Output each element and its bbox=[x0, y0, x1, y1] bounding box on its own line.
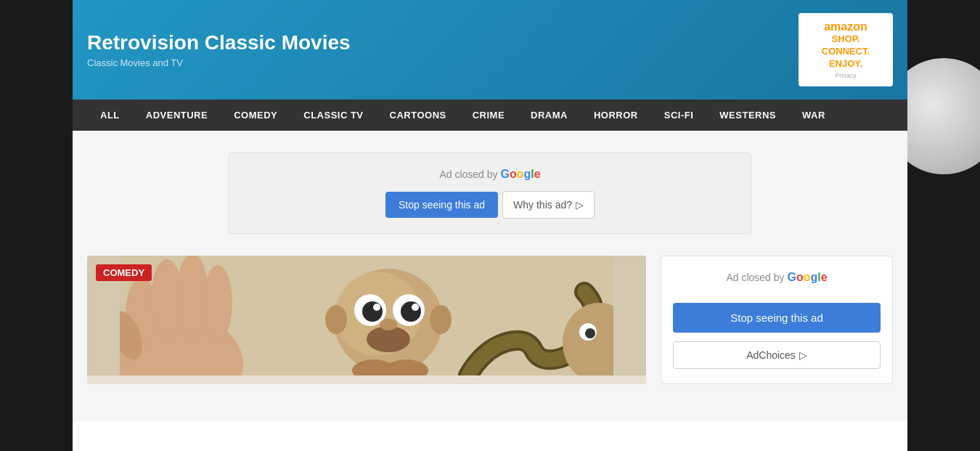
svg-point-13 bbox=[373, 304, 380, 311]
svg-point-18 bbox=[430, 305, 452, 334]
comedy-badge: COMEDY bbox=[96, 264, 152, 281]
svg-point-21 bbox=[585, 328, 595, 338]
adchoices-button[interactable]: AdChoices ▷ bbox=[673, 341, 881, 369]
stop-seeing-ad-button-right[interactable]: Stop seeing this ad bbox=[673, 303, 881, 333]
comedy-card: COMEDY bbox=[87, 256, 646, 384]
site-subtitle: Classic Movies and TV bbox=[87, 57, 351, 68]
ad-buttons-top: Stop seeing this ad Why this ad? ▷ bbox=[244, 191, 736, 219]
navigation: ALL ADVENTURE COMEDY CLASSIC TV CARTOONS… bbox=[73, 99, 907, 131]
ad-info-icon: ▷ bbox=[576, 199, 584, 211]
brand: Retrovision Classic Movies Classic Movie… bbox=[87, 31, 351, 68]
nav-item-horror[interactable]: HORROR bbox=[581, 99, 651, 131]
svg-point-14 bbox=[412, 304, 419, 311]
nav-item-westerns[interactable]: WESTERNS bbox=[706, 99, 789, 131]
amazon-text: amazon bbox=[824, 20, 867, 33]
nav-item-all[interactable]: ALL bbox=[87, 99, 133, 131]
amazon-privacy: Privacy bbox=[809, 72, 883, 79]
svg-point-12 bbox=[401, 301, 421, 322]
nav-item-cartoons[interactable]: CARTOONS bbox=[377, 99, 460, 131]
nav-item-crime[interactable]: CRIME bbox=[460, 99, 518, 131]
ad-closed-right: Ad closed by Google Stop seeing this ad … bbox=[661, 256, 893, 384]
comedy-image bbox=[87, 256, 646, 375]
svg-point-16 bbox=[380, 319, 397, 330]
ad-closed-top: Ad closed by Google Stop seeing this ad … bbox=[229, 153, 751, 234]
ad-closed-top-text: Ad closed by Google bbox=[244, 168, 736, 181]
header-ad-amazon: amazon SHOP.CONNECT.ENJOY. Privacy bbox=[799, 13, 893, 86]
ad-closed-label: Ad closed by bbox=[439, 168, 500, 180]
ad-closed-right-label: Ad closed by bbox=[726, 272, 787, 283]
adchoices-label: AdChoices bbox=[746, 349, 796, 361]
main-content: Ad closed by Google Stop seeing this ad … bbox=[73, 131, 907, 421]
why-this-ad-button-top[interactable]: Why this ad? ▷ bbox=[502, 191, 595, 219]
nav-item-sci-fi[interactable]: SCI-FI bbox=[651, 99, 707, 131]
why-ad-label: Why this ad? bbox=[513, 199, 572, 211]
nav-item-adventure[interactable]: ADVENTURE bbox=[133, 99, 221, 131]
adchoices-icon: ▷ bbox=[799, 349, 807, 361]
google-brand-right: Google bbox=[787, 271, 827, 283]
ad-closed-right-text: Ad closed by Google bbox=[726, 271, 827, 284]
svg-point-11 bbox=[362, 301, 383, 322]
nav-list: ALL ADVENTURE COMEDY CLASSIC TV CARTOONS… bbox=[87, 99, 893, 131]
clay-characters-svg bbox=[120, 256, 613, 375]
amazon-tagline: SHOP.CONNECT.ENJOY. bbox=[809, 33, 883, 70]
nav-item-drama[interactable]: DRAMA bbox=[518, 99, 581, 131]
header: Retrovision Classic Movies Classic Movie… bbox=[73, 0, 907, 99]
svg-point-5 bbox=[203, 265, 232, 341]
nav-item-classic-tv[interactable]: CLASSIC TV bbox=[290, 99, 376, 131]
nav-item-comedy[interactable]: COMEDY bbox=[221, 99, 290, 131]
site-title: Retrovision Classic Movies bbox=[87, 31, 351, 54]
page-wrapper: Retrovision Classic Movies Classic Movie… bbox=[73, 0, 907, 451]
amazon-logo: amazon bbox=[809, 20, 883, 33]
stop-seeing-ad-button-top[interactable]: Stop seeing this ad bbox=[385, 192, 498, 218]
svg-point-17 bbox=[325, 305, 347, 334]
google-brand-top: Google bbox=[500, 168, 540, 180]
bottom-section: COMEDY bbox=[87, 256, 893, 384]
nav-item-war[interactable]: WAR bbox=[789, 99, 838, 131]
